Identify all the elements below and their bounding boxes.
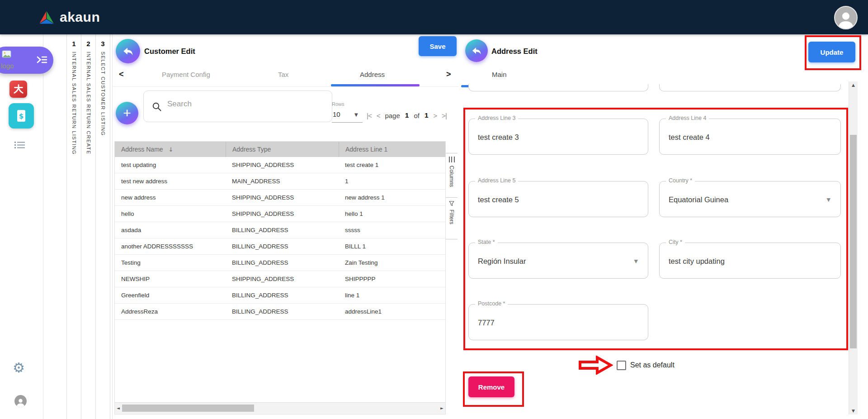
cell-address-name: Testing xyxy=(115,259,226,266)
table-row[interactable]: Testing BILLING_ADDRESS Zain Testing xyxy=(115,255,445,271)
scroll-left-icon[interactable]: ◄ xyxy=(117,406,120,410)
back-button[interactable] xyxy=(116,39,140,63)
rows-label: Rows xyxy=(332,101,344,107)
address-line-5-field[interactable]: Address Line 5 xyxy=(468,181,648,217)
table-row[interactable]: asdada BILLING_ADDRESS sssss xyxy=(115,222,445,238)
columns-tool[interactable]: Columns xyxy=(446,153,458,198)
user-avatar[interactable] xyxy=(834,6,858,29)
tab-label: INTERNAL SALES RETURN CREATE xyxy=(86,52,91,154)
country-select[interactable] xyxy=(668,195,821,205)
postcode-input[interactable] xyxy=(477,318,629,328)
vertical-scrollbar[interactable]: ▲ ▼ xyxy=(849,81,858,414)
customer-edit-panel: Customer Edit Save < Payment Config Tax … xyxy=(112,34,459,419)
cell-address-name: new address xyxy=(115,194,226,201)
save-button[interactable]: Save xyxy=(419,36,457,56)
horizontal-scroll-thumb[interactable] xyxy=(122,405,254,412)
of-word: of xyxy=(414,112,420,119)
tab-tax[interactable]: Tax xyxy=(278,71,288,78)
column-header-address-line1[interactable]: Address Line 1 xyxy=(339,142,445,157)
settings-gear-icon[interactable]: ⚙ xyxy=(13,361,25,375)
clipped-field xyxy=(659,84,841,91)
back-button[interactable] xyxy=(465,39,488,62)
table-row[interactable]: test new address MAIN_ADDRESS 1 xyxy=(115,173,445,190)
list-icon xyxy=(14,141,25,149)
column-label: Address Name xyxy=(121,146,163,153)
cell-address-line1: hello 1 xyxy=(339,210,445,217)
state-select-field[interactable]: State * ▼ xyxy=(468,243,648,279)
search-input[interactable] xyxy=(166,99,317,109)
next-page-button[interactable]: > xyxy=(434,112,437,119)
profile-icon[interactable] xyxy=(14,395,27,407)
cell-address-name: AddressReza xyxy=(115,308,226,315)
logo-alt-text: logo xyxy=(1,62,14,70)
tenant-logo-pill[interactable]: logo xyxy=(0,47,53,74)
last-page-button[interactable]: >| xyxy=(442,112,447,119)
cell-address-line1: sssss xyxy=(339,227,445,233)
vertical-scroll-thumb[interactable] xyxy=(850,135,857,348)
vertical-tab-internal-sales-return-listing[interactable]: 1 INTERNAL SALES RETURN LISTING xyxy=(66,34,81,419)
set-default-checkbox[interactable] xyxy=(617,361,626,370)
table-row[interactable]: Greenfield BILLING_ADDRESS line 1 xyxy=(115,287,445,304)
pdf-app-icon[interactable] xyxy=(9,81,27,98)
brand-logo[interactable]: akaun xyxy=(38,0,100,34)
billing-app-icon[interactable]: $ xyxy=(9,103,34,129)
table-row[interactable]: AddressReza BILLING_ADDRESS addressLine1 xyxy=(115,304,445,320)
tab-scroll-right-icon[interactable]: > xyxy=(446,70,451,79)
caret-down-icon[interactable]: ▼ xyxy=(827,197,830,203)
first-page-button[interactable]: |< xyxy=(367,112,372,119)
address-line-3-input[interactable] xyxy=(477,133,629,142)
table-row[interactable]: hello SHIPPING_ADDRESS hello 1 xyxy=(115,206,445,222)
column-header-address-type[interactable]: Address Type xyxy=(226,142,339,157)
address-line-3-field[interactable]: Address Line 3 xyxy=(468,119,648,155)
cell-address-type: MAIN_ADDRESS xyxy=(226,178,339,185)
da-character-glyph xyxy=(13,83,24,95)
country-select-field[interactable]: Country * ▼ xyxy=(659,181,841,217)
vertical-tab-internal-sales-return-create[interactable]: 2 INTERNAL SALES RETURN CREATE xyxy=(81,34,95,419)
table-header-row: Address Name ↓ Address Type Address Line… xyxy=(115,142,445,157)
top-navbar: akaun xyxy=(0,0,868,34)
scroll-down-icon[interactable]: ▼ xyxy=(849,409,858,413)
remove-button[interactable]: Remove xyxy=(468,376,514,397)
cell-address-type: BILLING_ADDRESS xyxy=(226,292,339,299)
city-field[interactable]: City * xyxy=(659,243,841,279)
table-row[interactable]: NEWSHIP SHIPPING_ADDRESS SHIPPPPP xyxy=(115,271,445,287)
filters-tool[interactable]: Filters xyxy=(446,197,458,239)
cell-address-type: BILLING_ADDRESS xyxy=(226,308,339,315)
table-row[interactable]: another ADDRESSSSSSS BILLING_ADDRESS BIL… xyxy=(115,238,445,255)
sort-desc-icon[interactable]: ↓ xyxy=(168,146,173,153)
postcode-field[interactable]: Postcode * xyxy=(468,304,648,340)
address-line-4-field[interactable]: Address Line 4 xyxy=(659,119,841,155)
field-label: State * xyxy=(475,239,498,245)
field-label: Address Line 4 xyxy=(666,115,709,121)
scroll-up-icon[interactable]: ▲ xyxy=(849,83,858,87)
address-line-5-input[interactable] xyxy=(477,195,629,205)
address-line-4-input[interactable] xyxy=(668,133,821,142)
scroll-right-icon[interactable]: ► xyxy=(440,406,443,410)
column-header-address-name[interactable]: Address Name ↓ xyxy=(115,146,226,153)
rows-caret-down-icon[interactable]: ▼ xyxy=(354,112,358,117)
rows-per-page-select[interactable]: 10 xyxy=(333,110,340,118)
page-title: Address Edit xyxy=(491,47,538,56)
prev-page-button[interactable]: < xyxy=(377,112,380,119)
cell-address-type: SHIPPING_ADDRESS xyxy=(226,194,339,201)
vertical-tab-select-customer-listing[interactable]: 3 SELECT CUSTOMER LISTING xyxy=(95,34,110,419)
tab-scroll-left-icon[interactable]: < xyxy=(119,70,124,79)
add-address-button[interactable]: + xyxy=(116,102,138,124)
tab-main[interactable]: Main xyxy=(492,71,507,78)
columns-label: Columns xyxy=(448,166,455,187)
table-row[interactable]: test updating SHIPPING_ADDRESS test crea… xyxy=(115,157,445,173)
list-menu-icon[interactable] xyxy=(14,141,25,149)
tab-address[interactable]: Address xyxy=(360,71,385,78)
state-select[interactable] xyxy=(477,257,629,266)
cell-address-type: BILLING_ADDRESS xyxy=(226,227,339,233)
table-row[interactable]: new address SHIPPING_ADDRESS new address… xyxy=(115,190,445,206)
person-icon xyxy=(15,397,26,407)
tab-payment-config[interactable]: Payment Config xyxy=(162,71,210,78)
sidebar-toggle-icon[interactable] xyxy=(36,55,48,65)
city-input[interactable] xyxy=(668,257,821,266)
cell-address-name: NEWSHIP xyxy=(115,276,226,282)
caret-down-icon[interactable]: ▼ xyxy=(634,258,638,264)
update-button[interactable]: Update xyxy=(808,42,855,62)
horizontal-scrollbar[interactable]: ◄ ► xyxy=(115,402,445,414)
field-label: City * xyxy=(666,239,685,245)
